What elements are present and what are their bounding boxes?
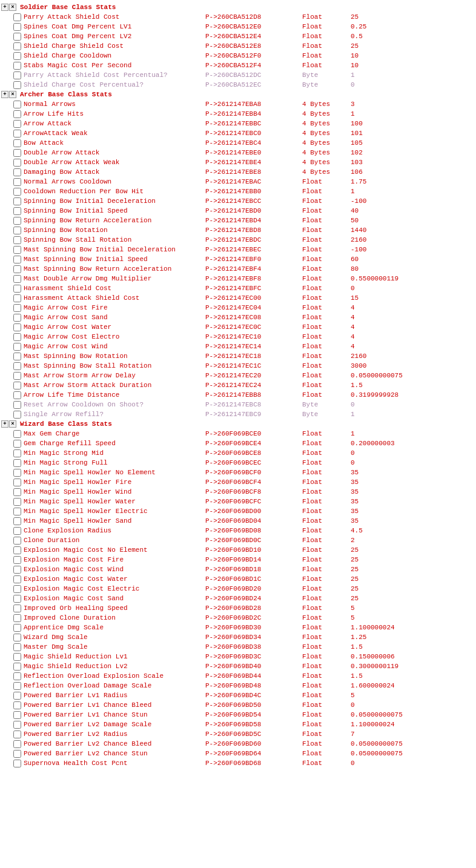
row-checkbox[interactable]: [13, 62, 21, 70]
row-value[interactable]: 1.100000024: [351, 721, 475, 728]
row-value[interactable]: 35: [351, 479, 475, 486]
row-value[interactable]: 1.25: [351, 634, 475, 641]
row-checkbox[interactable]: [13, 682, 21, 690]
row-value[interactable]: 0: [351, 459, 475, 466]
row-checkbox[interactable]: [13, 566, 21, 574]
row-checkbox[interactable]: [13, 130, 21, 137]
row-value[interactable]: 0.200000003: [351, 440, 475, 447]
row-value[interactable]: 0.5500000119: [351, 275, 475, 282]
row-checkbox[interactable]: [13, 672, 21, 680]
row-value[interactable]: 1.100000024: [351, 624, 475, 631]
row-value[interactable]: 3: [351, 101, 475, 108]
row-value[interactable]: 2160: [351, 236, 475, 244]
row-checkbox[interactable]: [13, 275, 21, 283]
row-checkbox[interactable]: [13, 750, 21, 758]
row-checkbox[interactable]: [13, 207, 21, 215]
row-checkbox[interactable]: [13, 110, 21, 118]
row-checkbox[interactable]: [13, 440, 21, 448]
row-value[interactable]: 35: [351, 517, 475, 525]
row-checkbox[interactable]: [13, 653, 21, 661]
row-checkbox[interactable]: [13, 353, 21, 360]
row-value[interactable]: 15: [351, 294, 475, 302]
row-value[interactable]: 7: [351, 731, 475, 738]
row-checkbox[interactable]: [13, 401, 21, 409]
row-checkbox[interactable]: [13, 217, 21, 225]
row-value[interactable]: 4: [351, 333, 475, 340]
row-checkbox[interactable]: [13, 372, 21, 380]
row-checkbox[interactable]: [13, 634, 21, 641]
row-checkbox[interactable]: [13, 663, 21, 671]
row-value[interactable]: 35: [351, 469, 475, 476]
row-checkbox[interactable]: [13, 149, 21, 157]
close-btn-wizard[interactable]: ×: [9, 420, 16, 428]
row-checkbox[interactable]: [13, 285, 21, 293]
row-checkbox[interactable]: [13, 236, 21, 244]
row-checkbox[interactable]: [13, 391, 21, 399]
row-checkbox[interactable]: [13, 692, 21, 700]
row-value[interactable]: 1: [351, 411, 475, 418]
row-checkbox[interactable]: [13, 382, 21, 389]
row-value[interactable]: 50: [351, 217, 475, 224]
row-checkbox[interactable]: [13, 343, 21, 351]
row-value[interactable]: 10: [351, 52, 475, 59]
row-checkbox[interactable]: [13, 333, 21, 341]
row-checkbox[interactable]: [13, 546, 21, 554]
row-checkbox[interactable]: [13, 42, 21, 50]
row-value[interactable]: -100: [351, 246, 475, 253]
row-checkbox[interactable]: [13, 430, 21, 438]
row-value[interactable]: 0: [351, 449, 475, 457]
close-btn-soldier[interactable]: ×: [9, 4, 16, 11]
row-value[interactable]: 1: [351, 71, 475, 79]
row-checkbox[interactable]: [13, 411, 21, 419]
row-checkbox[interactable]: [13, 517, 21, 525]
row-checkbox[interactable]: [13, 731, 21, 738]
row-checkbox[interactable]: [13, 527, 21, 535]
row-value[interactable]: 5: [351, 605, 475, 612]
row-value[interactable]: 0.05000000075: [351, 750, 475, 757]
close-btn-archer[interactable]: ×: [9, 91, 16, 98]
row-checkbox[interactable]: [13, 624, 21, 632]
row-value[interactable]: 5: [351, 614, 475, 621]
row-checkbox[interactable]: [13, 81, 21, 89]
row-value[interactable]: 4: [351, 343, 475, 350]
row-value[interactable]: 101: [351, 130, 475, 137]
row-checkbox[interactable]: [13, 614, 21, 622]
expand-btn-soldier[interactable]: +: [1, 4, 8, 11]
row-value[interactable]: 103: [351, 159, 475, 166]
row-value[interactable]: 25: [351, 42, 475, 50]
row-checkbox[interactable]: [13, 508, 21, 515]
row-checkbox[interactable]: [13, 23, 21, 31]
row-checkbox[interactable]: [13, 139, 21, 147]
row-checkbox[interactable]: [13, 227, 21, 234]
row-value[interactable]: 100: [351, 120, 475, 127]
row-value[interactable]: 35: [351, 488, 475, 495]
row-checkbox[interactable]: [13, 188, 21, 196]
row-value[interactable]: 0: [351, 401, 475, 408]
row-value[interactable]: 0.3000000119: [351, 663, 475, 670]
row-checkbox[interactable]: [13, 575, 21, 583]
row-checkbox[interactable]: [13, 605, 21, 612]
row-value[interactable]: 25: [351, 585, 475, 592]
row-value[interactable]: 1: [351, 110, 475, 118]
row-checkbox[interactable]: [13, 488, 21, 496]
row-value[interactable]: 2: [351, 537, 475, 544]
row-value[interactable]: 1.75: [351, 178, 475, 185]
row-value[interactable]: 106: [351, 168, 475, 176]
row-value[interactable]: 1: [351, 188, 475, 195]
row-value[interactable]: 0.05000000075: [351, 740, 475, 747]
row-checkbox[interactable]: [13, 120, 21, 128]
row-checkbox[interactable]: [13, 178, 21, 186]
row-value[interactable]: -100: [351, 197, 475, 205]
row-checkbox[interactable]: [13, 585, 21, 593]
row-checkbox[interactable]: [13, 52, 21, 60]
row-checkbox[interactable]: [13, 168, 21, 176]
row-checkbox[interactable]: [13, 643, 21, 651]
row-value[interactable]: 1.5: [351, 643, 475, 651]
row-checkbox[interactable]: [13, 701, 21, 709]
row-value[interactable]: 1.5: [351, 672, 475, 680]
row-checkbox[interactable]: [13, 469, 21, 477]
row-checkbox[interactable]: [13, 256, 21, 263]
row-value[interactable]: 10: [351, 62, 475, 69]
row-checkbox[interactable]: [13, 459, 21, 467]
row-value[interactable]: 4: [351, 314, 475, 321]
